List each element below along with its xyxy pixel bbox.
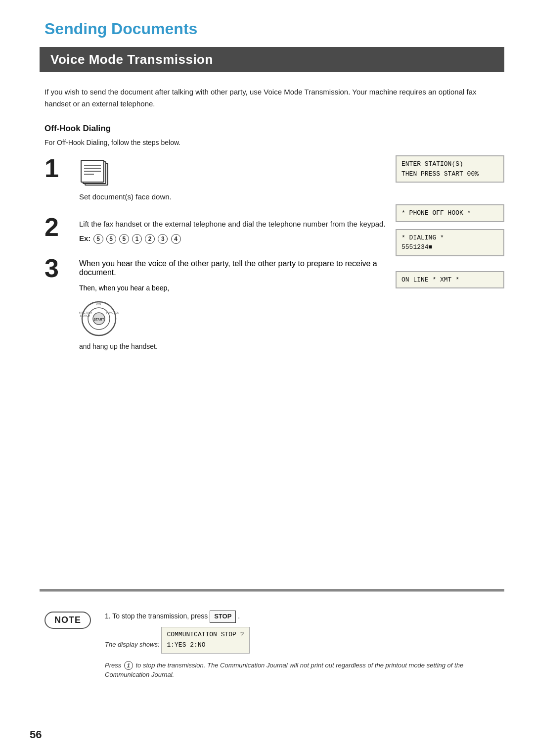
lcd-2-line1: * PHONE OFF HOOK * (401, 208, 498, 218)
steps-intro: For Off-Hook Dialing, follow the steps b… (44, 139, 504, 146)
stop-key: STOP (210, 611, 236, 623)
svg-text:START: START (93, 318, 104, 321)
note-lcd-line2: 1:YES 2:NO (167, 640, 244, 651)
svg-text:VOL: VOL (96, 303, 102, 306)
page-number: 56 (30, 728, 42, 741)
document-icon (79, 159, 114, 189)
press-label: Press (105, 662, 121, 669)
step-2-number: 2 (44, 214, 74, 240)
divider-thin (40, 591, 504, 592)
note-lcd-line1: COMMUNICATION STOP ? (167, 630, 244, 640)
ex-num-3: 5 (119, 234, 129, 244)
lcd-display-4: ON LINE * XMT * (396, 271, 504, 289)
step-1-text: Set document(s) face down. (79, 192, 172, 201)
then-text: Then, when you hear a beep, (79, 284, 386, 292)
step-3-content: When you hear the voice of the other par… (79, 255, 386, 350)
note-text-before: To stop the transmission, press (112, 612, 208, 620)
lcd-1-line2: THEN PRESS START 00% (401, 169, 498, 179)
note-text-after: . (238, 612, 240, 620)
hang-up-text: and hang up the handset. (79, 342, 386, 350)
step-1-number: 1 (44, 155, 74, 181)
lcd-3-line1: * DIALING * (401, 233, 498, 243)
step-2-content: Lift the fax handset or the external tel… (79, 214, 386, 245)
ex-num-5: 2 (145, 234, 155, 244)
lcd-display-1: ENTER STATION(S) THEN PRESS START 00% (396, 155, 504, 183)
page-title: Sending Documents (44, 20, 504, 38)
note-content: 1. To stop the transmission, press STOP … (105, 611, 499, 683)
note-item-1: 1. To stop the transmission, press STOP … (105, 611, 499, 679)
svg-text:SEARCH: SEARCH (80, 314, 90, 317)
press-after-text: to stop the transmission. The Communicat… (105, 662, 463, 679)
note-lcd: COMMUNICATION STOP ? 1:YES 2:NO (161, 627, 249, 654)
note-press-text: Press 1 to stop the transmission. The Co… (105, 661, 499, 680)
step-3: 3 When you hear the voice of the other p… (44, 255, 386, 350)
display-shows-label: The display shows: (105, 641, 160, 648)
page: Sending Documents Voice Mode Transmissio… (0, 0, 534, 756)
lcd-3-line2: 5551234■ (401, 242, 498, 252)
lcd-1-line1: ENTER STATION(S) (401, 159, 498, 169)
ex-num-7: 4 (171, 234, 181, 244)
press-circle-1: 1 (124, 661, 133, 670)
step-2-ex: Ex: 5 5 5 1 2 3 4 (79, 233, 386, 245)
step-1: 1 (44, 155, 386, 203)
lcd-4-line1: ON LINE * XMT * (401, 275, 498, 285)
ex-num-6: 3 (158, 234, 168, 244)
start-button-icon: VOL DIRECTORY SEARCH FUNCTION START (79, 299, 119, 338)
step-1-content: Set document(s) face down. (79, 155, 386, 203)
lcd-display-3: * DIALING * 5551234■ (396, 229, 504, 256)
note-number: 1. (105, 612, 112, 620)
section-header: Voice Mode Transmission (40, 47, 504, 72)
lcd-display-2: * PHONE OFF HOOK * (396, 204, 504, 222)
dial-icon-area: VOL DIRECTORY SEARCH FUNCTION START (79, 299, 386, 338)
note-section: NOTE 1. To stop the transmission, press … (40, 603, 504, 693)
ex-num-4: 1 (132, 234, 142, 244)
subsection-heading: Off-Hook Dialing (44, 124, 504, 134)
svg-text:FUNCTION: FUNCTION (106, 311, 119, 314)
step-3-number: 3 (44, 255, 74, 281)
ex-num-1: 5 (93, 234, 103, 244)
ex-num-2: 5 (106, 234, 116, 244)
step-3-text: When you hear the voice of the other par… (79, 259, 377, 277)
intro-text: If you wish to send the document after t… (44, 86, 504, 110)
step-2-text: Lift the fax handset or the external tel… (79, 220, 386, 228)
note-badge: NOTE (44, 612, 91, 629)
step-2: 2 Lift the fax handset or the external t… (44, 214, 386, 245)
